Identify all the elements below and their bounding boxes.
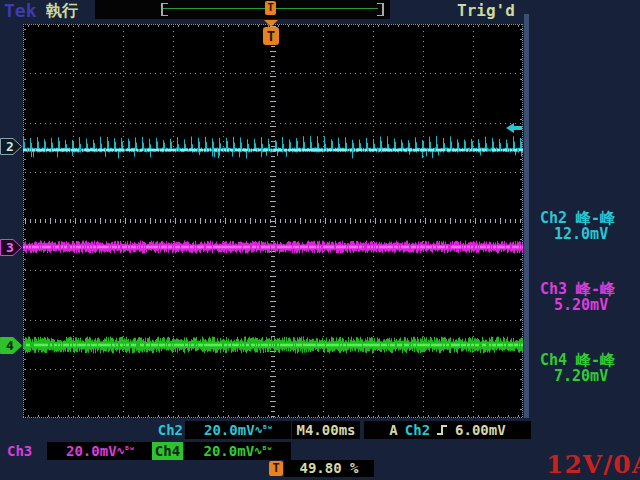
trigger-source: Ch2 [405, 421, 430, 439]
measurement-value: 12.0mV [540, 226, 640, 242]
trigger-status: Trig'd [457, 1, 515, 20]
waveform-display [23, 24, 523, 418]
aux-supply-readout: 12V/0A [546, 450, 640, 479]
measurement-label: Ch2 峰-峰 [540, 210, 640, 226]
ch4-coupling-icon: ∿ᴮʷ [254, 445, 271, 456]
record-trigger-position-icon: T [265, 1, 276, 15]
screen-bevel-edge [524, 14, 529, 418]
ch3-scale-value: 20.0mV [66, 443, 117, 459]
trigger-level: 6.00mV [455, 421, 506, 439]
ch3-readout-label: Ch3 [7, 442, 40, 460]
trigger-t-icon: T [263, 27, 279, 45]
rising-edge-icon [437, 424, 448, 436]
trigger-position-readout: 49.80 % [284, 460, 374, 477]
trigger-position-t-icon: T [269, 461, 283, 476]
channel-3-marker-digit: 3 [6, 240, 14, 255]
ch2-readout-label: Ch2 [150, 421, 183, 439]
channel-4-position-marker: 4 [0, 337, 23, 354]
top-status-bar: Tek 執行 T Trig'd [0, 0, 640, 20]
measurement-value: 7.20mV [540, 368, 640, 384]
trigger-position-marker: T [262, 20, 280, 46]
measurement-value: 5.20mV [540, 297, 640, 313]
measurement-ch3-pkpk: Ch3 峰-峰 5.20mV [540, 281, 640, 313]
trigger-level-arrow-icon [505, 122, 523, 134]
trigger-mode: A [389, 421, 397, 439]
oscilloscope-screen: Tek 執行 T Trig'd T 2 3 4 Ch2 峰-峰 12.0 [0, 0, 640, 480]
trigger-readout: A Ch2 6.00mV [364, 421, 531, 439]
record-view-left-bracket [161, 3, 168, 16]
channel-2-position-marker: 2 [0, 138, 23, 155]
channel-3-position-marker: 3 [0, 239, 23, 256]
channel-2-marker-digit: 2 [6, 139, 14, 154]
measurement-label: Ch4 峰-峰 [540, 352, 640, 368]
ch4-scale-readout: 20.0mV∿ᴮʷ [184, 442, 291, 460]
graticule [23, 24, 523, 418]
ch2-scale-readout: 20.0mV∿ᴮʷ [185, 421, 291, 439]
record-view-strip: T [95, 0, 390, 19]
acquisition-status: 執行 [46, 1, 78, 22]
record-view-right-bracket [377, 3, 384, 16]
tek-logo: Tek [4, 0, 37, 21]
channel-4-marker-digit: 4 [6, 338, 14, 353]
ch2-coupling-icon: ∿ᴮʷ [255, 424, 272, 435]
ch4-scale-value: 20.0mV [204, 443, 255, 459]
measurement-ch2-pkpk: Ch2 峰-峰 12.0mV [540, 210, 640, 242]
trigger-position-arrow-icon [264, 20, 278, 27]
ch4-readout-label-selected: Ch4 [152, 442, 183, 460]
ch2-scale-value: 20.0mV [204, 422, 255, 438]
measurement-ch4-pkpk: Ch4 峰-峰 7.20mV [540, 352, 640, 384]
ch3-coupling-icon: ∿ᴮʷ [117, 445, 134, 456]
ch3-scale-readout: 20.0mV∿ᴮʷ [47, 442, 153, 460]
timebase-readout: M4.00ms [292, 421, 360, 439]
measurement-label: Ch3 峰-峰 [540, 281, 640, 297]
